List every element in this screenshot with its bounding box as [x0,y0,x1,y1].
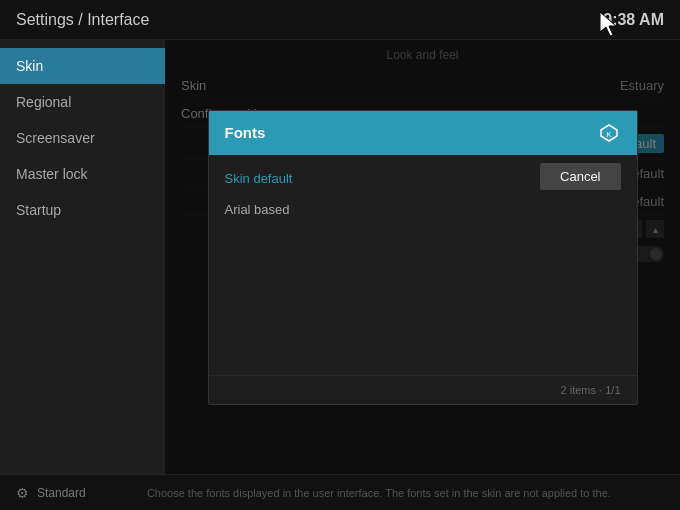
sidebar-item-regional[interactable]: Regional [0,84,165,120]
items-count: 2 items · 1/1 [561,384,621,396]
cancel-button[interactable]: Cancel [540,163,620,190]
page-title: Settings / Interface [16,11,149,29]
kodi-logo-icon: K [597,121,621,145]
settings-icon: ⚙ [16,485,29,501]
footer-description: Choose the fonts displayed in the user i… [94,487,664,499]
main-content: Look and feel Skin Estuary Configure ski… [165,40,680,474]
sidebar-item-screensaver[interactable]: Screensaver [0,120,165,156]
main-layout: Skin Regional Screensaver Master lock St… [0,40,680,474]
header: Settings / Interface 9:38 AM [0,0,680,40]
sidebar-item-startup[interactable]: Startup [0,192,165,228]
footer: ⚙ Standard Choose the fonts displayed in… [0,474,680,510]
sidebar: Skin Regional Screensaver Master lock St… [0,40,165,474]
clock: 9:38 AM [603,11,664,29]
sidebar-item-skin[interactable]: Skin [0,48,165,84]
modal-title: Fonts [225,124,266,141]
modal-header: Fonts K [209,111,637,155]
modal-footer: 2 items · 1/1 [209,375,637,404]
sidebar-item-master-lock[interactable]: Master lock [0,156,165,192]
list-item[interactable]: Arial based [209,194,637,225]
modal-overlay: Fonts K Skin default Arial based Cancel [165,40,680,474]
fonts-modal: Fonts K Skin default Arial based Cancel [208,110,638,405]
footer-level: Standard [37,486,86,500]
modal-body: Skin default Arial based Cancel [209,155,637,375]
svg-text:K: K [606,130,612,139]
